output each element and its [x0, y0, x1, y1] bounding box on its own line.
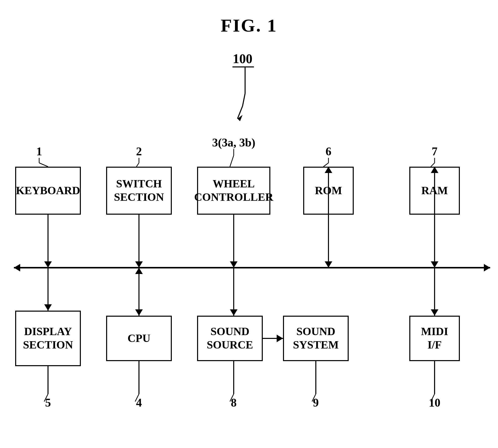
box-switch-section: SWITCHSECTION [106, 167, 172, 215]
svg-line-52 [312, 394, 316, 402]
svg-line-37 [135, 394, 139, 402]
svg-line-13 [230, 155, 234, 167]
svg-line-10 [136, 163, 139, 167]
svg-marker-48 [325, 261, 332, 268]
box-sound-source: SOUNDSOURCE [197, 316, 263, 361]
diagram-svg: 100 1 2 3(3a, 3b) 6 7 [0, 0, 498, 448]
svg-marker-26 [44, 304, 52, 311]
svg-line-7 [39, 163, 48, 167]
svg-text:9: 9 [313, 396, 319, 409]
svg-marker-34 [135, 268, 143, 274]
svg-marker-22 [484, 264, 490, 271]
svg-line-19 [431, 163, 435, 167]
svg-text:7: 7 [432, 145, 438, 158]
svg-marker-46 [277, 335, 283, 342]
svg-marker-24 [44, 261, 52, 268]
box-sound-system: SOUNDSYSTEM [283, 316, 349, 361]
svg-marker-39 [230, 261, 238, 268]
svg-text:4: 4 [136, 396, 142, 409]
svg-line-3 [238, 106, 243, 119]
svg-line-44 [230, 394, 234, 402]
svg-line-2 [243, 93, 245, 106]
svg-line-29 [44, 394, 48, 402]
svg-text:3(3a, 3b): 3(3a, 3b) [212, 136, 255, 149]
svg-text:6: 6 [326, 145, 331, 158]
box-keyboard: KEYBOARD [15, 167, 81, 215]
box-display-section: DISPLAYSECTION [15, 311, 81, 366]
figure-title: FIG. 1 [221, 15, 277, 36]
box-midi-if: MIDII/F [409, 316, 460, 361]
svg-line-60 [431, 394, 435, 402]
svg-text:1: 1 [36, 145, 42, 158]
svg-text:10: 10 [429, 396, 440, 409]
svg-marker-54 [431, 261, 438, 268]
svg-text:8: 8 [231, 396, 237, 409]
box-wheel-controller: WHEELCONTROLLER [197, 167, 270, 215]
svg-text:5: 5 [45, 396, 51, 409]
ref-100-label: 100 [233, 52, 252, 66]
box-ram: RAM [409, 167, 460, 215]
svg-marker-41 [230, 309, 238, 316]
svg-marker-33 [135, 309, 143, 316]
svg-marker-4 [238, 115, 243, 121]
svg-text:2: 2 [136, 145, 142, 158]
svg-marker-21 [14, 264, 20, 271]
svg-line-16 [323, 163, 328, 167]
box-rom: ROM [303, 167, 354, 215]
svg-marker-31 [135, 261, 143, 268]
diagram-container: FIG. 1 KEYBOARD SWITCHSECTION WHEELCONTR… [0, 0, 498, 448]
box-cpu: CPU [106, 316, 172, 361]
svg-marker-57 [431, 309, 438, 316]
